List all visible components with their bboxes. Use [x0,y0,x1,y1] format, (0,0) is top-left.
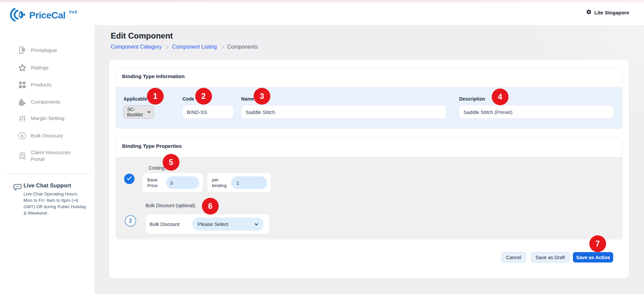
sidebar-item-ratings[interactable]: Ratings [0,62,95,73]
sidebar-item-label: Components [31,99,60,105]
description-input[interactable] [459,105,613,119]
annotation-badge-2: 2 [195,88,212,105]
sliders-icon [17,114,27,123]
sidebar-item-products[interactable]: Products [0,79,95,91]
bulk-discount-value: Please Select [198,221,228,227]
annotation-badge-4: 4 [492,89,508,105]
chevron-down-icon [148,110,151,113]
sidebar-item-label: Client Resources Portal [31,149,78,163]
top-header: PriceCal ®v3 Lite Singapore [0,0,644,25]
sidebar: Printalogue Ratings Products Components [0,25,95,294]
section-title: Binding Type Properties [122,143,182,149]
main-content: Edit Component Component Category Compon… [95,25,644,294]
base-price-label: Base Price [147,177,163,188]
sidebar-item-label: Ratings [31,64,49,71]
pricecal-logo-icon [10,7,26,23]
step-2-indicator: 2 [125,215,136,227]
chevron-down-icon [255,222,258,225]
per-binding-input[interactable] [231,176,267,189]
chevron-right-icon [220,46,224,49]
annotation-badge-3: 3 [254,88,270,105]
brand-name: PriceCal [29,10,65,21]
sidebar-item-label: Margin Setting [31,115,64,122]
page-title: Edit Component [111,31,173,41]
star-icon [17,63,27,72]
live-chat-hours: Live Chat Operating Hours: Mon to Fri: 9… [23,191,87,216]
per-binding-label: per binding [212,177,229,188]
annotation-badge-6: 6 [202,198,219,215]
svg-text:$: $ [21,133,23,138]
sidebar-item-label: Bulk Discount [31,132,63,139]
sidebar-item-label: Products [31,81,51,88]
sidebar-item-client-resources-portal[interactable]: Client Resources Portal [0,148,95,164]
applicable-for-value: SC-Booklet [127,107,148,117]
annotation-badge-1: 1 [147,88,164,105]
brand-version: ®v3 [69,9,77,14]
costing-step-check[interactable] [124,174,135,184]
description-label: Description [459,96,485,102]
phone-icon [17,46,27,55]
chevron-right-icon [165,46,169,49]
sidebar-item-margin-setting[interactable]: Margin Setting [0,113,95,124]
window-top-edge [0,0,644,2]
cancel-button[interactable]: Cancel [501,252,526,262]
annotation-badge-7: 7 [589,235,606,252]
region-settings-menu[interactable]: Lite Singapore [586,0,629,25]
code-input[interactable] [182,105,233,119]
section-title: Binding Type Information [122,73,185,79]
sidebar-item-bulk-discount[interactable]: $ Bulk Discount [0,130,95,141]
breadcrumb-component-listing[interactable]: Component Listing [172,44,217,50]
breadcrumb: Component Category Component Listing Com… [111,44,258,50]
live-chat-title: Live Chat Support [23,182,71,189]
name-label: Name [241,96,254,102]
base-price-field-card: Base Price [143,173,203,192]
check-icon [126,176,132,182]
dollar-coin-icon: $ [17,131,27,140]
bulk-discount-select[interactable]: Please Select [192,218,264,231]
bulk-discount-field-label: Bulk Discount: [150,221,186,227]
gear-icon [586,9,592,16]
sidebar-item-components[interactable]: Components [0,96,95,108]
puzzle-icon [17,97,27,107]
chat-bubble-icon [13,183,22,193]
annotation-badge-5: 5 [163,154,179,171]
grid-icon [17,80,27,90]
breadcrumb-component-category[interactable]: Component Category [111,44,162,50]
bulk-discount-optional-label: Bulk Discount (optional) [146,203,195,208]
base-price-input[interactable] [166,176,199,189]
applicable-for-select[interactable]: SC-Booklet [123,105,154,119]
save-as-active-button[interactable]: Save as Active [573,252,613,262]
binding-type-information-card: Binding Type Information Applicable for … [116,68,623,129]
edit-component-card: Binding Type Information Applicable for … [109,60,629,279]
per-binding-field-card: per binding [207,173,271,192]
binding-type-properties-card: Binding Type Properties Costing* 5 Base … [116,137,623,240]
breadcrumb-current: Components [227,44,258,50]
brand-logo[interactable]: PriceCal ®v3 [10,7,77,23]
code-label: Code [182,96,194,102]
save-as-draft-button[interactable]: Save as Draft [531,252,570,262]
sidebar-divider [3,174,91,174]
region-label: Lite Singapore [594,10,629,15]
name-input[interactable] [241,105,446,119]
sidebar-item-label: Printalogue [31,47,57,54]
bulk-discount-field-card: Bulk Discount: Please Select [146,214,270,234]
sidebar-item-printalogue[interactable]: Printalogue [0,45,95,56]
document-icon [17,151,27,161]
